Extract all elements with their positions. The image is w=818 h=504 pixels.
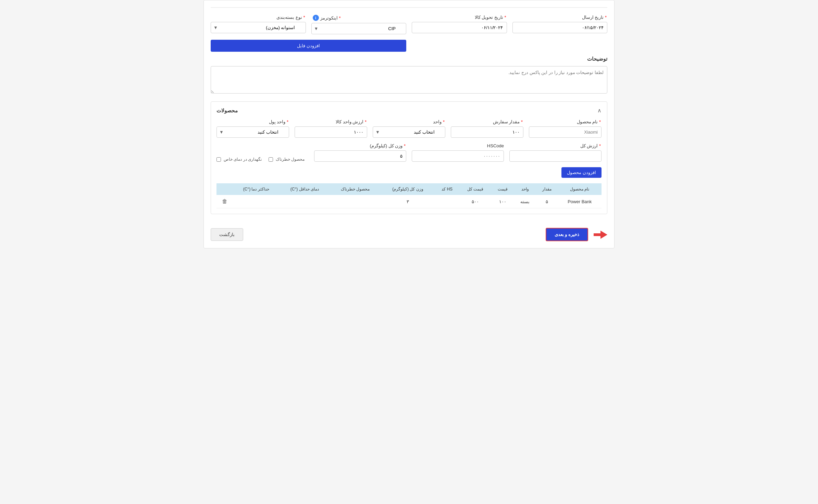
delivery-date-label: * تاریخ تحویل کالا [412, 15, 507, 20]
arrow-indicator [594, 231, 607, 239]
unit-price-input[interactable] [295, 126, 367, 138]
order-qty-input[interactable] [451, 126, 523, 138]
products-table: نام محصول مقدار واحد قیمت قیمت کل HS کد … [216, 183, 602, 208]
cell-total-weight: ۳ [381, 195, 435, 208]
shipping-date-group: * تاریخ ارسال [512, 15, 608, 33]
products-section: ∧ محصولات * نام محصول * مقدار سفارش [211, 101, 607, 214]
unit-price-label: * ارزش واحد کالا [295, 119, 367, 124]
products-title: محصولات [216, 108, 238, 114]
cold-storage-checkbox[interactable] [216, 157, 221, 162]
cell-min-temp [280, 195, 330, 208]
notes-textarea[interactable] [211, 66, 607, 94]
col-hazmat: محصول خطرناک [330, 183, 381, 195]
add-product-row: افزودن محصول [216, 167, 602, 178]
checkboxes-group: محصول خطرناک نگهداری در دمای خاص [216, 157, 309, 162]
hs-code-label: HSCode [412, 143, 504, 148]
product-form-row2: * ارزش کل HSCode * وزن کل (کیلوگرم) [216, 143, 602, 162]
currency-select[interactable]: انتخاب کنید USD EUR ریال [216, 126, 289, 138]
products-header: ∧ محصولات [216, 107, 602, 114]
unit-select-wrapper: انتخاب کنید عدد جعبه بسته ▼ [373, 126, 445, 138]
notes-title: توضیحات [211, 56, 607, 62]
col-actions [216, 183, 233, 195]
delivery-date-group: * تاریخ تحویل کالا [412, 15, 507, 33]
col-product-name: نام محصول [558, 183, 602, 195]
total-value-group: * ارزش کل [509, 143, 602, 162]
shipping-date-label: * تاریخ ارسال [512, 15, 608, 20]
incoterms-info-icon[interactable]: i [313, 15, 319, 21]
packaging-select-wrapper: استوانه (مخزن) جعبه پالت ▼ [211, 22, 306, 33]
incoterms-select[interactable]: CIP FOB CFR EXW [311, 23, 407, 34]
save-next-wrapper: ذخیره و بعدی [546, 228, 607, 241]
total-weight-group: * وزن کل (کیلوگرم) [314, 143, 406, 162]
cell-total-price: ۵۰۰ [459, 195, 492, 208]
cell-qty: ۵ [536, 195, 558, 208]
delivery-date-input[interactable] [412, 22, 507, 33]
save-next-button[interactable]: ذخیره و بعدی [546, 228, 588, 241]
product-name-group: * نام محصول [529, 119, 602, 138]
total-value-label: * ارزش کل [509, 143, 602, 148]
packaging-group: * نوع بسته‌بندی استوانه (مخزن) جعبه پالت… [211, 15, 306, 33]
currency-select-wrapper: انتخاب کنید USD EUR ریال ▼ [216, 126, 289, 138]
col-qty: مقدار [536, 183, 558, 195]
hs-code-group: HSCode [412, 143, 504, 162]
col-max-temp: حداکثر دما (°C) [233, 183, 279, 195]
shipping-date-input[interactable] [512, 22, 608, 33]
product-form-row1: * نام محصول * مقدار سفارش * واحد [216, 119, 602, 138]
col-total-weight: وزن کل (کیلوگرم) [381, 183, 435, 195]
incoterms-label: * اینکوترمز i [311, 15, 407, 21]
order-qty-label: * مقدار سفارش [451, 119, 523, 124]
col-price: قیمت [491, 183, 514, 195]
cell-max-temp [233, 195, 279, 208]
product-name-input[interactable] [529, 126, 602, 138]
back-button[interactable]: بازگشت [211, 228, 243, 241]
cell-product-name: Power Bank [558, 195, 602, 208]
col-min-temp: دمای حداقل (°C) [280, 183, 330, 195]
unit-price-group: * ارزش واحد کالا [295, 119, 367, 138]
cell-hazmat [330, 195, 381, 208]
delete-row-icon[interactable]: 🗑 [222, 198, 227, 204]
total-weight-input[interactable] [314, 150, 406, 162]
col-unit: واحد [514, 183, 536, 195]
incoterms-select-wrapper: CIP FOB CFR EXW ▼ [311, 23, 407, 34]
packaging-label: * نوع بسته‌بندی [211, 15, 306, 20]
collapse-icon[interactable]: ∧ [597, 107, 602, 114]
col-total-price: قیمت کل [459, 183, 492, 195]
table-row: Power Bank ۵ بسته ۱۰۰ ۵۰۰ ۳ 🗑 [216, 195, 602, 208]
cell-price: ۱۰۰ [491, 195, 514, 208]
unit-select[interactable]: انتخاب کنید عدد جعبه بسته [373, 126, 445, 138]
cell-hs-code [435, 195, 459, 208]
add-product-button[interactable]: افزودن محصول [561, 167, 602, 178]
cold-storage-checkbox-row: نگهداری در دمای خاص [216, 157, 262, 162]
cell-delete[interactable]: 🗑 [216, 195, 233, 208]
unit-group: * واحد انتخاب کنید عدد جعبه بسته ▼ [373, 119, 445, 138]
currency-group: * واحد پول انتخاب کنید USD EUR ریال ▼ [216, 119, 289, 138]
unit-label: * واحد [373, 119, 445, 124]
bottom-actions: ذخیره و بعدی بازگشت [211, 222, 607, 241]
order-qty-group: * مقدار سفارش [451, 119, 523, 138]
hazmat-checkbox-row: محصول خطرناک [269, 157, 305, 162]
packaging-select[interactable]: استوانه (مخزن) جعبه پالت [211, 22, 306, 33]
notes-section: توضیحات [211, 56, 607, 95]
svg-marker-0 [594, 231, 607, 239]
hazmat-label: محصول خطرناک [276, 157, 305, 162]
hazmat-checkbox[interactable] [269, 157, 273, 162]
col-hs-code: HS کد [435, 183, 459, 195]
currency-label: * واحد پول [216, 119, 289, 124]
total-value-input[interactable] [509, 150, 602, 162]
table-header-row: نام محصول مقدار واحد قیمت قیمت کل HS کد … [216, 183, 602, 195]
hs-code-input[interactable] [412, 150, 504, 162]
add-file-button[interactable]: افزودن فایل [211, 40, 406, 52]
total-weight-label: * وزن کل (کیلوگرم) [314, 143, 406, 148]
cold-storage-label: نگهداری در دمای خاص [224, 157, 262, 162]
product-name-label: * نام محصول [529, 119, 602, 124]
cell-unit: بسته [514, 195, 536, 208]
incoterms-group: * اینکوترمز i CIP FOB CFR EXW ▼ [311, 15, 407, 34]
